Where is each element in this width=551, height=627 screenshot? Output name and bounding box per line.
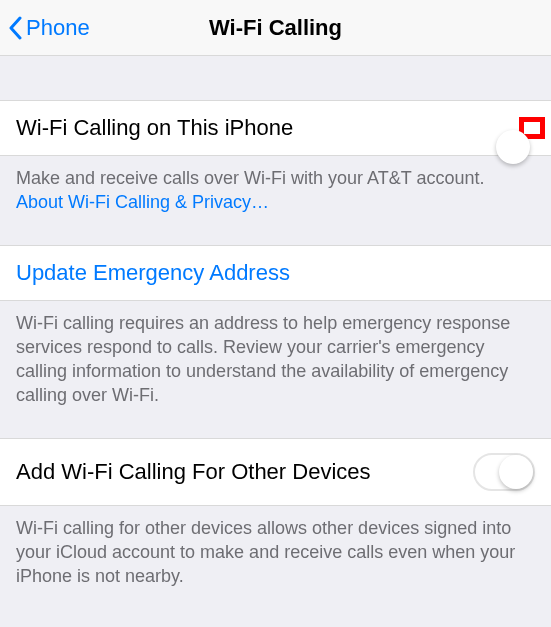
other-devices-footer-text: Wi-Fi calling for other devices allows o… [16,518,515,587]
chevron-left-icon [8,16,22,40]
section-spacer [0,227,551,245]
wifi-calling-label: Wi-Fi Calling on This iPhone [16,115,293,141]
other-devices-toggle[interactable] [473,453,535,491]
emergency-footer: Wi-Fi calling requires an address to hel… [0,301,551,420]
back-button[interactable]: Phone [8,0,90,55]
wifi-calling-row: Wi-Fi Calling on This iPhone [0,100,551,156]
page-title: Wi-Fi Calling [209,15,342,41]
nav-bar: Phone Wi-Fi Calling [0,0,551,56]
about-wifi-calling-link[interactable]: About Wi-Fi Calling & Privacy… [16,192,269,212]
section-spacer [0,420,551,438]
other-devices-row: Add Wi-Fi Calling For Other Devices [0,438,551,506]
wifi-calling-footer-text: Make and receive calls over Wi-Fi with y… [16,168,485,188]
update-emergency-address-label: Update Emergency Address [16,260,290,286]
other-devices-footer: Wi-Fi calling for other devices allows o… [0,506,551,601]
section-spacer [0,56,551,100]
toggle-knob [499,455,533,489]
wifi-calling-footer: Make and receive calls over Wi-Fi with y… [0,156,551,227]
emergency-footer-text: Wi-Fi calling requires an address to hel… [16,313,510,406]
toggle-knob [496,130,530,164]
update-emergency-address-row[interactable]: Update Emergency Address [0,245,551,301]
other-devices-label: Add Wi-Fi Calling For Other Devices [16,459,371,485]
highlight-box [519,117,545,139]
back-label: Phone [26,15,90,41]
